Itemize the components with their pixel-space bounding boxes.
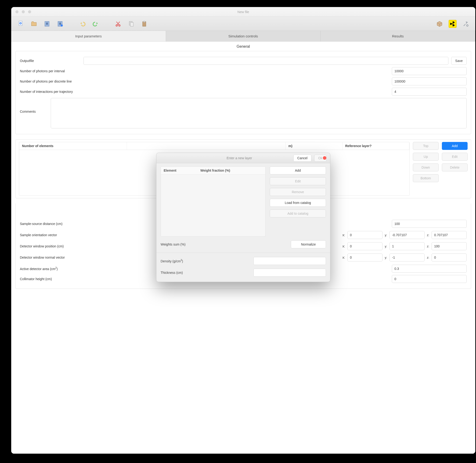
dialog-title: Enter a new layer [160,156,291,160]
photons-interval-input[interactable] [392,67,467,75]
add-element-button[interactable]: Add [270,167,326,174]
interactions-input[interactable] [392,88,467,96]
col-num-elements: Number of elements [19,142,127,150]
delete-layer-button[interactable]: Delete [442,163,467,171]
thickness-input[interactable] [253,269,326,277]
density-label: Density (g/cm3) [161,259,250,263]
svg-rect-8 [131,22,133,26]
zoom-window-icon[interactable] [28,10,31,13]
load-from-catalog-button[interactable]: Load from catalog [270,199,326,207]
minimize-window-icon[interactable] [22,10,25,13]
normalize-button[interactable]: Normalize [291,240,326,248]
down-button[interactable]: Down [413,163,439,171]
det-window-pos-x-input[interactable] [347,242,382,250]
edit-element-button[interactable]: Edit [270,177,326,185]
photons-line-input[interactable] [392,77,467,85]
orientation-label: Sample orientation vector [20,233,90,237]
svg-rect-9 [143,21,146,26]
tab-results[interactable]: Results [320,31,475,41]
interactions-label: Number of interactions per trajectory [20,90,389,94]
weights-sum-label: Weights sum (%) [161,242,288,246]
edit-layer-button[interactable]: Edit [442,153,467,161]
axis-y-label: y: [385,233,387,237]
composition-order-buttons: Top Up Down Bottom [413,142,439,182]
comments-label: Comments [20,98,48,113]
det-window-normal-x-input[interactable] [347,253,382,261]
window-title: New file [238,10,249,14]
app-window: New file Input parameters Simulation con… [11,7,475,454]
composition-action-buttons: Add Edit Delete [442,142,467,171]
tab-input-parameters[interactable]: Input parameters [11,31,166,41]
copy-icon[interactable] [127,20,135,28]
density-input[interactable] [253,257,326,265]
det-window-normal-label: Detector window normal vector [20,256,90,259]
main-tabs: Input parameters Simulation controls Res… [11,31,475,42]
up-button[interactable]: Up [413,153,439,161]
cancel-button[interactable]: Cancel [293,155,312,161]
window-controls [15,10,31,13]
general-panel: Outputfile Save Number of photons per in… [15,51,471,134]
svg-rect-10 [143,21,145,22]
element-table[interactable]: Element Weight fraction (%) [161,167,265,237]
redo-icon[interactable] [92,20,100,28]
orientation-z-input[interactable] [432,231,467,239]
dialog-titlebar: Enter a new layer Cancel Ok [156,153,330,163]
col-reference-layer: Reference layer? [343,142,410,150]
preferences-icon[interactable] [462,20,470,28]
new-layer-dialog: Enter a new layer Cancel Ok Element Weig… [156,153,330,282]
det-window-pos-z-input[interactable] [432,242,467,250]
close-window-icon[interactable] [15,10,18,13]
col-density-thickness: m) [286,142,343,150]
svg-point-12 [467,25,468,26]
orientation-y-input[interactable] [389,231,424,239]
new-file-icon[interactable] [17,20,25,28]
det-window-pos-y-input[interactable] [389,242,424,250]
comments-input[interactable] [51,98,467,128]
save-icon[interactable] [43,20,51,28]
close-icon[interactable] [323,156,326,160]
axis-z-label: z: [427,233,429,237]
col-element: Element [161,167,198,174]
general-section-title: General [15,45,471,49]
composition-table-header: Number of elements m) Reference layer? [19,142,409,150]
outputfile-label: Outputfile [20,59,81,63]
bottom-button[interactable]: Bottom [413,174,439,182]
svg-point-4 [61,24,63,27]
remove-element-button[interactable]: Remove [270,188,326,196]
sample-source-input[interactable] [392,220,467,228]
add-to-catalog-button[interactable]: Add to catalog [270,210,326,217]
package-icon[interactable] [436,20,443,28]
photons-line-label: Number of photons per discrete line [20,80,389,83]
tab-simulation-controls[interactable]: Simulation controls [166,31,321,41]
top-button[interactable]: Top [413,142,439,150]
outputfile-input[interactable] [83,57,449,65]
active-area-input[interactable] [392,265,467,273]
det-window-pos-label: Detector window position (cm) [20,244,90,248]
photons-interval-label: Number of photons per interval [20,69,389,73]
undo-icon[interactable] [79,20,87,28]
open-folder-icon[interactable] [30,20,38,28]
save-button[interactable]: Save [451,57,467,65]
dialog-side-buttons: Add Edit Remove Load from catalog Add to… [270,167,326,217]
orientation-x-input[interactable] [347,231,382,239]
collimator-height-input[interactable] [392,275,467,283]
det-window-normal-z-input[interactable] [432,253,467,261]
radiation-icon[interactable] [449,20,457,28]
thickness-label: Thickness (cm) [161,271,250,275]
col-weight-fraction: Weight fraction (%) [198,167,265,174]
add-layer-button[interactable]: Add [442,142,467,150]
toolbar [11,17,475,31]
cut-icon[interactable] [114,20,122,28]
axis-x-label: x: [343,233,345,237]
paste-icon[interactable] [140,20,148,28]
det-window-normal-y-input[interactable] [389,253,424,261]
titlebar: New file [11,7,475,17]
save-as-icon[interactable] [56,20,64,28]
